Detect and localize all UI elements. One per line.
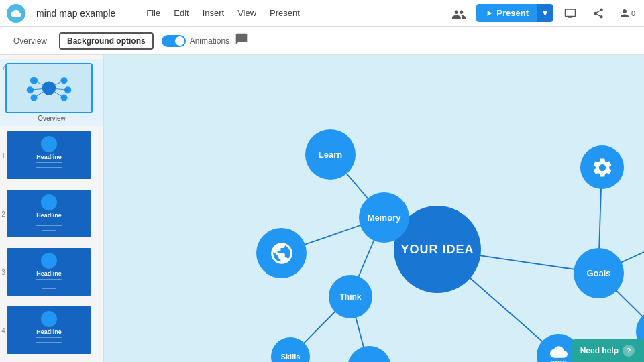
node-skills[interactable]: Skills — [271, 337, 310, 362]
menu-present[interactable]: Present — [263, 8, 307, 18]
node-memory[interactable]: Memory — [359, 192, 409, 243]
slide-overview[interactable]: ⌂ — [0, 59, 103, 126]
share-icon[interactable] — [588, 3, 609, 24]
toggle-thumb — [175, 36, 184, 46]
mindmap-canvas[interactable]: YOUR IDEA Learn Memory Think Share Skill… — [104, 55, 644, 362]
node-skills-label: Skills — [281, 353, 301, 361]
present-button[interactable]: Present ▾ — [476, 4, 553, 22]
node-think-label: Think — [340, 292, 362, 302]
need-help-icon: ? — [623, 345, 635, 357]
slide-thumb-overview — [5, 63, 93, 113]
need-help-label: Need help — [580, 346, 619, 355]
slide-item-4[interactable]: 4 Headline ──────────────────── — [0, 301, 103, 359]
comment-icon[interactable] — [235, 32, 248, 49]
menu-edit[interactable]: Edit — [167, 8, 195, 18]
overview-tab[interactable]: Overview — [7, 36, 54, 46]
node-learn-label: Learn — [319, 149, 342, 160]
toolbar: Overview Background options Animations — [0, 27, 644, 55]
present-label: Present — [476, 4, 537, 22]
topbar: mind map example File Edit Insert View P… — [0, 0, 644, 27]
monitor-icon[interactable] — [559, 3, 581, 24]
menu-file[interactable]: File — [140, 8, 167, 18]
slide-thumb-2: Headline ──────────────────── — [5, 188, 93, 239]
node-goals-label: Goals — [586, 268, 610, 278]
slide-item-3[interactable]: 3 Headline ──────────────────── — [0, 243, 103, 301]
main: ⌂ — [0, 55, 644, 362]
menu-bar: File Edit Insert View Present — [140, 8, 307, 18]
slide-thumb-3: Headline ──────────────────── — [5, 247, 93, 297]
animations-toggle[interactable] — [162, 35, 186, 47]
toolbar-right: Present ▾ 0 — [448, 3, 637, 24]
sidebar: ⌂ — [0, 55, 104, 362]
user-count: 0 — [631, 9, 635, 17]
node-think[interactable]: Think — [329, 275, 372, 318]
node-share[interactable]: Share — [347, 346, 391, 362]
node-your-idea-label: YOUR IDEA — [400, 243, 474, 257]
overview-label: Overview — [5, 115, 98, 122]
slide-item-2[interactable]: 2 Headline ──────────────────── — [0, 184, 103, 243]
collaborate-icon[interactable] — [448, 3, 470, 24]
need-help-button[interactable]: Need help ? — [571, 339, 644, 362]
slide-item-1[interactable]: 1 Headline ──────────────────── — [0, 126, 103, 184]
present-dropdown[interactable]: ▾ — [537, 4, 553, 22]
node-www-label: www — [551, 359, 566, 363]
background-options-button[interactable]: Background options — [59, 32, 154, 50]
menu-insert[interactable]: Insert — [196, 8, 231, 18]
node-goals[interactable]: Goals — [574, 248, 624, 298]
node-learn[interactable]: Learn — [305, 129, 356, 180]
node-gear[interactable] — [580, 145, 624, 189]
menu-view[interactable]: View — [231, 8, 263, 18]
app-icon — [7, 4, 25, 23]
node-globe[interactable] — [256, 228, 307, 278]
animations-toggle-container: Animations — [162, 35, 229, 47]
animations-label: Animations — [190, 36, 229, 46]
slide-thumb-1: Headline ──────────────────── — [5, 130, 93, 180]
node-memory-label: Memory — [368, 213, 401, 223]
app-title: mind map example — [36, 8, 115, 19]
slide-thumb-4: Headline ──────────────────── — [5, 305, 93, 355]
user-icon[interactable]: 0 — [616, 3, 637, 24]
